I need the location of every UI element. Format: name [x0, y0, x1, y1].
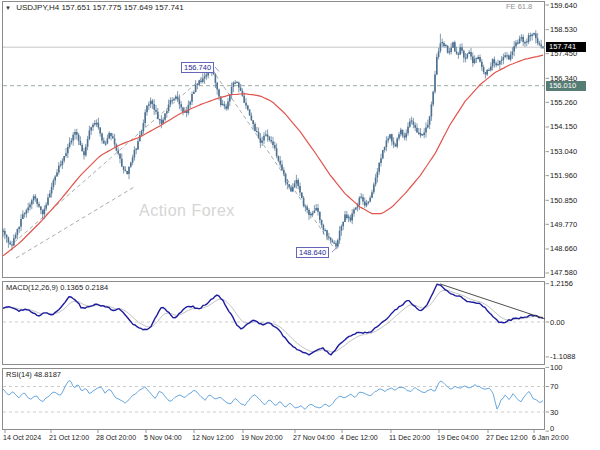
time-axis-label: 19 Nov 20:00	[241, 434, 283, 441]
symbol-label: USDJPY,H4	[16, 3, 59, 12]
macd-axis-label: -1.1088	[550, 352, 575, 361]
time-axis-label: 14 Oct 2024	[3, 434, 41, 441]
time-axis-label: 4 Dec 12:00	[340, 434, 378, 441]
time-axis-label: 12 Nov 12:00	[192, 434, 234, 441]
macd-trendline[interactable]	[440, 284, 545, 319]
current-price-tag: 157.741	[546, 42, 586, 52]
level-price-tag: 156.010	[546, 81, 586, 91]
trough-label-connector	[332, 247, 337, 252]
fib-extension-label[interactable]: FE 61.8	[506, 2, 532, 11]
chart-window: ▼ USDJPY,H4 157.651 157.775 157.649 157.…	[0, 0, 600, 450]
price-axis-label: 158.530	[550, 25, 577, 34]
chart-graphics	[0, 0, 600, 450]
rsi-line	[3, 381, 543, 410]
rsi-indicator-label: RSI(14) 48.8187	[6, 370, 61, 379]
price-axis-label: 155.260	[550, 98, 577, 107]
ohlc-values: 157.651 157.775 157.649 157.741	[61, 3, 183, 12]
price-axis-label: 151.960	[550, 171, 577, 180]
price-axis-label: 147.580	[550, 268, 577, 277]
macd-indicator-label: MACD(12,26,9) 0.1365 0.2184	[6, 283, 108, 292]
symbol-title: ▼ USDJPY,H4 157.651 157.775 157.649 157.…	[5, 3, 184, 12]
time-axis-label: 28 Oct 20:00	[96, 434, 136, 441]
time-axis-label: 11 Dec 20:00	[389, 434, 430, 441]
macd-signal-line	[3, 290, 543, 352]
price-axis-label: 150.850	[550, 196, 577, 205]
time-axis-label: 19 Dec 04:00	[437, 434, 479, 441]
rsi-axis-label: 100	[550, 363, 563, 372]
time-axis-label: 27 Dec 12:00	[486, 434, 528, 441]
price-axis-label: 149.770	[550, 220, 577, 229]
rsi-axis-label: 70	[550, 382, 558, 391]
peak-label-connector	[215, 67, 219, 71]
time-axis-label: 6 Jan 20:00	[532, 434, 569, 441]
price-level-label-high[interactable]: 156.740	[181, 62, 214, 73]
rsi-axis-label: 0	[550, 424, 554, 433]
price-axis-label: 154.150	[550, 122, 577, 131]
watermark: Action Forex	[139, 202, 235, 220]
time-axis-label: 5 Nov 04:00	[144, 434, 182, 441]
time-axis-label: 27 Nov 04:00	[293, 434, 335, 441]
price-level-label-low[interactable]: 148.640	[296, 247, 329, 258]
macd-axis-label: 0.00	[550, 318, 565, 327]
macd-axis-label: 1.2156	[550, 279, 573, 288]
price-axis-label: 153.040	[550, 147, 577, 156]
chevron-down-icon[interactable]: ▼	[5, 5, 11, 11]
time-axis-label: 21 Oct 12:00	[49, 434, 89, 441]
rsi-axis-label: 30	[550, 408, 558, 417]
price-axis-label: 159.640	[550, 1, 577, 10]
price-axis-label: 148.660	[550, 244, 577, 253]
